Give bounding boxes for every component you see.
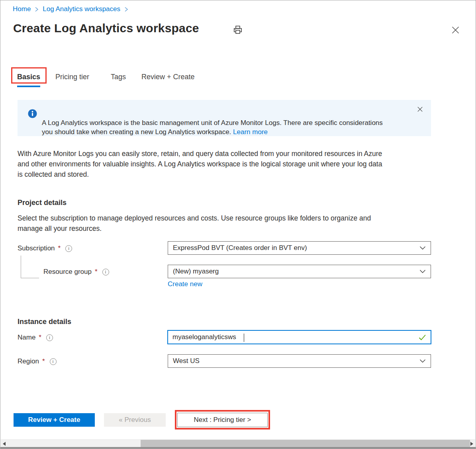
name-label: Name* i xyxy=(18,334,53,342)
region-label: Region* i xyxy=(18,357,57,365)
subscription-label: Subscription* i xyxy=(18,244,72,252)
create-new-link[interactable]: Create new xyxy=(168,280,202,288)
tab-tags[interactable]: Tags xyxy=(111,73,126,81)
tab-pricing-tier[interactable]: Pricing tier xyxy=(55,73,89,81)
triangle-left-icon xyxy=(3,442,6,446)
required-asterisk: * xyxy=(95,268,98,276)
required-asterisk: * xyxy=(58,244,61,252)
workspace-name-field xyxy=(167,330,431,344)
resource-group-value: (New) myaserg xyxy=(173,267,419,275)
scroll-left-arrow[interactable] xyxy=(1,440,8,447)
tab-basics[interactable]: Basics xyxy=(17,73,40,81)
subscription-resource-group-connector xyxy=(21,256,39,278)
close-blade-button[interactable] xyxy=(450,24,461,35)
required-asterisk: * xyxy=(42,357,45,365)
chevron-right-icon xyxy=(124,7,128,12)
info-banner-text: A Log Analytics workspace is the basic m… xyxy=(42,119,383,136)
info-banner-message: A Log Analytics workspace is the basic m… xyxy=(42,109,406,137)
subscription-info-icon[interactable]: i xyxy=(65,245,72,252)
info-icon xyxy=(28,109,37,118)
page-title: Create Log Analytics workspace xyxy=(13,21,199,35)
horizontal-scrollbar[interactable] xyxy=(1,439,475,447)
tab-review-create[interactable]: Review + Create xyxy=(141,73,195,81)
previous-button[interactable]: « Previous xyxy=(104,413,166,427)
chevron-down-icon xyxy=(419,246,426,250)
learn-more-link[interactable]: Learn more xyxy=(233,128,268,136)
close-icon xyxy=(417,107,423,112)
create-log-analytics-workspace-blade: Home Log Analytics workspaces Create Log… xyxy=(0,0,476,449)
banner-close-button[interactable] xyxy=(415,105,424,113)
region-info-icon[interactable]: i xyxy=(50,358,57,365)
instance-details-heading: Instance details xyxy=(18,318,71,326)
resource-group-info-icon[interactable]: i xyxy=(102,269,109,275)
chevron-down-icon xyxy=(419,359,426,363)
region-value: West US xyxy=(173,357,419,365)
info-banner: A Log Analytics workspace is the basic m… xyxy=(18,100,431,136)
intro-paragraph: With Azure Monitor Logs you can easily s… xyxy=(18,148,432,180)
triangle-right-icon xyxy=(470,442,473,446)
next-pricing-tier-button[interactable]: Next : Pricing tier > xyxy=(177,413,268,427)
valid-checkmark-icon xyxy=(419,334,426,341)
subscription-value: ExpressPod BVT (Creates order in BVT env… xyxy=(173,244,419,252)
project-details-heading: Project details xyxy=(18,199,67,207)
chevron-down-icon xyxy=(419,269,426,273)
required-asterisk: * xyxy=(39,334,41,342)
window-bottom-edge xyxy=(0,447,476,449)
resource-group-label: Resource group* i xyxy=(43,268,109,276)
active-tab-underline xyxy=(17,86,40,87)
text-cursor xyxy=(244,334,244,342)
region-dropdown[interactable]: West US xyxy=(168,354,431,368)
scroll-right-arrow[interactable] xyxy=(468,440,475,447)
breadcrumb-workspaces-link[interactable]: Log Analytics workspaces xyxy=(43,5,120,13)
breadcrumb-home-link[interactable]: Home xyxy=(13,5,31,13)
subscription-dropdown[interactable]: ExpressPod BVT (Creates order in BVT env… xyxy=(168,241,431,255)
print-icon[interactable] xyxy=(233,25,243,35)
resource-group-dropdown[interactable]: (New) myaserg xyxy=(168,265,431,278)
workspace-name-input[interactable] xyxy=(168,331,431,344)
name-info-icon[interactable]: i xyxy=(46,334,53,341)
scrollbar-thumb[interactable] xyxy=(141,440,470,447)
project-details-description: Select the subscription to manage deploy… xyxy=(18,213,416,234)
review-create-button[interactable]: Review + Create xyxy=(14,413,95,427)
breadcrumb: Home Log Analytics workspaces xyxy=(13,5,128,13)
chevron-right-icon xyxy=(35,7,39,12)
close-icon xyxy=(452,26,459,34)
